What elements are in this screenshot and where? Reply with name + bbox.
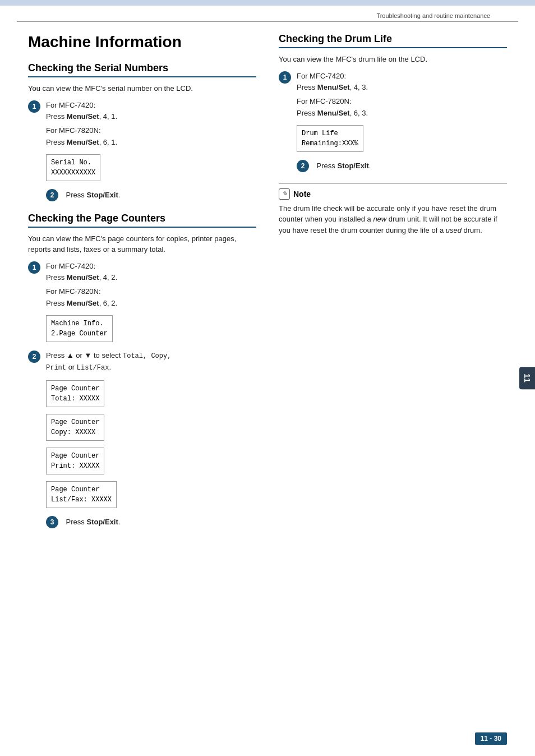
drum-step1-circle: 1 (279, 71, 291, 84)
note-icon: ✎ (279, 188, 290, 200)
pc-step1-for7820n: For MFC-7820N: (46, 287, 101, 296)
serial-numbers-section: Checking the Serial Numbers You can view… (28, 62, 256, 201)
pc-stop-exit: Stop/Exit (86, 518, 118, 526)
page-counters-section: Checking the Page Counters You can view … (28, 213, 256, 529)
serial-step1-mfc7420: For MFC-7420: Press Menu/Set, 4, 1. (46, 100, 256, 123)
serial-step1-for7420: For MFC-7420: (46, 101, 95, 109)
serial-code-box: Serial No. XXXXXXXXXXX (46, 154, 100, 181)
select-instruction: Press ▲ or ▼ to select Total, Copy, Prin… (46, 350, 256, 374)
pc-step1-mfc7420: For MFC-7420: Press Menu/Set, 4, 2. (46, 261, 256, 284)
serial-step1-mfc7820n: For MFC-7820N: Press Menu/Set, 6, 1. (46, 125, 256, 149)
note-header: ✎ Note (279, 188, 507, 200)
page-counter-step1-circle: 1 (28, 261, 40, 274)
pc-listfax-box: Page CounterList/Fax: XXXXX (46, 481, 117, 508)
pc-step1-for7420: For MFC-7420: (46, 262, 95, 270)
serial-step2-circle: 2 (46, 189, 58, 201)
drum-code-line1: Drum Life (302, 130, 338, 137)
serial-stop-exit: Stop/Exit (86, 191, 118, 199)
serial-step1-for7820n: For MFC-7820N: (46, 126, 101, 135)
note-section: ✎ Note The drum life check will be accur… (279, 183, 507, 236)
drum-code-box: Drum Life Remaining:XXX% (297, 125, 363, 152)
serial-section-title: Checking the Serial Numbers (28, 62, 256, 77)
drum-step1-for7420: For MFC-7420: (297, 72, 346, 80)
page: Troubleshooting and routine maintenance … (0, 0, 535, 756)
pc-copy-box: Page CounterCopy: XXXXX (46, 414, 104, 441)
drum-step1-mfc7820n: For MFC-7820N: Press Menu/Set, 6, 3. (297, 96, 507, 119)
pc-print-box: Page CounterPrint: XXXXX (46, 448, 104, 474)
serial-step1-circle: 1 (28, 100, 40, 113)
top-bar (0, 0, 535, 6)
serial-step2: 2 Press Stop/Exit. (46, 189, 256, 201)
drum-code-line2: Remaining:XXX% (302, 140, 358, 147)
page-counter-step1-content: For MFC-7420: Press Menu/Set, 4, 2. For … (46, 261, 256, 345)
page-counter-step2-content: Press ▲ or ▼ to select Total, Copy, Prin… (46, 350, 256, 511)
pc-code-box: Machine Info. 2.Page Counter (46, 315, 113, 342)
serial-code-line1: Serial No. (51, 159, 91, 167)
drum-step1-for7820n: For MFC-7820N: (297, 97, 352, 105)
drum-section-title: Checking the Drum Life (279, 33, 507, 48)
serial-step1-menuset2: Menu/Set (67, 138, 99, 146)
serial-step1-content: For MFC-7420: Press Menu/Set, 4, 1. For … (46, 100, 256, 185)
page-number: 11 - 30 (475, 732, 507, 745)
pc-code-line2: 2.Page Counter (51, 330, 108, 338)
drum-menuset1: Menu/Set (317, 83, 350, 91)
note-text: The drum life check will be accurate onl… (279, 203, 507, 236)
drum-step1-mfc7420: For MFC-7420: Press Menu/Set, 4, 3. (297, 71, 507, 94)
drum-intro: You can view the MFC's drum life on the … (279, 54, 507, 65)
select-options2: Print (46, 364, 66, 372)
page-counter-section-title: Checking the Page Counters (28, 213, 256, 228)
serial-step1: 1 For MFC-7420: Press Menu/Set, 4, 1. Fo… (28, 100, 256, 185)
page-counter-step1: 1 For MFC-7420: Press Menu/Set, 4, 2. Fo… (28, 261, 256, 345)
page-counter-step2: 2 Press ▲ or ▼ to select Total, Copy, Pr… (28, 350, 256, 511)
drum-step2: 2 Press Stop/Exit. (297, 160, 507, 172)
serial-code-line2: XXXXXXXXXXX (51, 169, 95, 177)
note-title: Note (293, 190, 311, 199)
pc-step3-circle: 3 (46, 516, 58, 528)
drum-step1-content: For MFC-7420: Press Menu/Set, 4, 3. For … (297, 71, 507, 155)
pc-step3: 3 Press Stop/Exit. (46, 516, 256, 528)
pc-step1-mfc7820n: For MFC-7820N: Press Menu/Set, 6, 2. (46, 286, 256, 310)
note-italic-new: new (373, 215, 386, 223)
pc-menuset2: Menu/Set (67, 299, 99, 307)
pc-menuset1: Menu/Set (67, 273, 99, 282)
drum-stop-exit: Stop/Exit (337, 162, 368, 170)
note-italic-used: used (446, 226, 462, 234)
left-column: Machine Information Checking the Serial … (28, 33, 256, 540)
serial-intro: You can view the MFC's serial number on … (28, 83, 256, 94)
pc-total-box: Page CounterTotal: XXXXX (46, 380, 104, 407)
drum-step2-circle: 2 (297, 160, 309, 172)
select-options3: List/Fax (77, 364, 109, 372)
content-area: Machine Information Checking the Serial … (0, 22, 535, 551)
drum-section: Checking the Drum Life You can view the … (279, 33, 507, 172)
drum-menuset2: Menu/Set (317, 109, 350, 117)
page-counter-step2-circle: 2 (28, 351, 40, 363)
header: Troubleshooting and routine maintenance (17, 6, 518, 22)
pc-code-line1: Machine Info. (51, 320, 104, 328)
page-counter-intro: You can view the MFC's page counters for… (28, 233, 256, 255)
drum-step1: 1 For MFC-7420: Press Menu/Set, 4, 3. Fo… (279, 71, 507, 155)
chapter-tab: 11 (519, 367, 535, 389)
main-title: Machine Information (28, 33, 256, 51)
serial-step1-menuset1: Menu/Set (67, 112, 99, 121)
header-text: Troubleshooting and routine maintenance (376, 12, 490, 19)
select-options1: Total, Copy, (123, 352, 171, 360)
right-column: Checking the Drum Life You can view the … (279, 33, 507, 540)
